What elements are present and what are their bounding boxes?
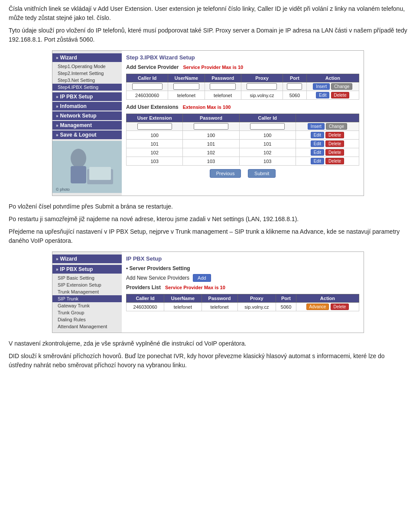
prov-username: telefonet bbox=[164, 303, 202, 311]
submit-button[interactable]: Submit bbox=[248, 169, 276, 178]
sp-insert-button[interactable]: Insert bbox=[313, 83, 330, 90]
ue-cid-103: 103 bbox=[239, 157, 296, 166]
info-label: Infomation bbox=[60, 103, 87, 109]
ue-col-callerid: Caller Id bbox=[239, 114, 296, 122]
sp-input-port[interactable] bbox=[287, 83, 302, 90]
sp-table: Caller Id UserName Password Proxy Port A… bbox=[126, 74, 359, 100]
ue-input-callerid[interactable] bbox=[250, 123, 285, 130]
previous-button[interactable]: Previous bbox=[210, 169, 241, 178]
providers-list-label: Providers List bbox=[126, 284, 161, 290]
prov-advance-button[interactable]: Advance bbox=[306, 304, 329, 310]
ue-pwd-103: 103 bbox=[183, 157, 239, 166]
prov-delete-button[interactable]: Delete bbox=[331, 304, 349, 310]
ue-col-password: Password bbox=[183, 114, 239, 122]
ue-insert-button[interactable]: Insert bbox=[308, 123, 325, 130]
sp-data-row: 246030060 telefonet telefonet sip.volny.… bbox=[127, 91, 359, 100]
ue-input-ext[interactable] bbox=[137, 123, 172, 130]
ippbx-label: IP PBX Setup bbox=[60, 94, 93, 100]
ue-delete-103[interactable]: Delete bbox=[325, 158, 344, 164]
sp-edit-button[interactable]: Edit bbox=[316, 92, 329, 98]
sidebar-gw-trunk[interactable]: Gateway Trunk bbox=[52, 302, 122, 309]
prov-col-username: UserName bbox=[164, 294, 202, 303]
panel2-title: IP PBX Setup bbox=[126, 255, 359, 262]
outro-para1: V nastavení zkontrolujeme, zda je vše sp… bbox=[9, 339, 407, 348]
ue-delete-101[interactable]: Delete bbox=[325, 140, 344, 147]
sp-max-label: Service Provider Max is 10 bbox=[183, 65, 243, 70]
sp-col-port: Port bbox=[283, 74, 307, 82]
sp-delete-button[interactable]: Delete bbox=[331, 92, 350, 98]
ue-col-ext: User Extension bbox=[127, 114, 183, 122]
prov-data-row: 246030060 telefonet telefonet sip.volny.… bbox=[127, 303, 359, 311]
info-arrow-icon: » bbox=[56, 104, 58, 109]
wizard2-header[interactable]: » Wizard bbox=[52, 255, 122, 263]
prov-col-password: Password bbox=[202, 294, 237, 303]
providers-table: Caller Id UserName Password Proxy Port A… bbox=[126, 294, 359, 311]
add-providers-label: Add New Service Providers bbox=[126, 275, 189, 281]
sidebar-step3[interactable]: Step3.Net Setting bbox=[52, 77, 122, 84]
sp-password-cell: telefonet bbox=[205, 91, 241, 100]
ue-max-label: Extension Max is 100 bbox=[183, 104, 231, 110]
ue-input-password[interactable] bbox=[194, 123, 228, 130]
prov-col-callerid: Caller Id bbox=[127, 294, 164, 303]
ue-subtitle: Add User Extensions bbox=[126, 104, 179, 110]
sp-col-callerid: Caller Id bbox=[127, 74, 168, 82]
network-header[interactable]: » Network Setup bbox=[52, 111, 122, 120]
prov-col-port: Port bbox=[276, 294, 296, 303]
prov-col-proxy: Proxy bbox=[237, 294, 276, 303]
info-header[interactable]: » Infomation bbox=[52, 102, 122, 111]
sp-input-username[interactable] bbox=[173, 83, 199, 90]
sp-proxy-cell: sip.volny.cz bbox=[241, 91, 283, 100]
ippbx2-header[interactable]: » IP PBX Setup bbox=[52, 265, 122, 274]
ippbx2-arrow-icon: » bbox=[56, 267, 58, 272]
sp-callerid-cell: 246030060 bbox=[127, 91, 168, 100]
save-header[interactable]: » Save & Logout bbox=[52, 131, 122, 139]
svg-point-1 bbox=[71, 149, 86, 168]
svg-text:© photo: © photo bbox=[56, 187, 70, 192]
sidebar-trunk-mgmt[interactable]: Trunk Management bbox=[52, 288, 122, 295]
sp-input-password[interactable] bbox=[210, 83, 236, 90]
panel1-title: Step 3.IPBX Wizard Setup bbox=[126, 54, 359, 61]
network-label: Network Setup bbox=[60, 113, 97, 119]
server-providers-section: Server Providers Setting bbox=[126, 265, 359, 271]
ue-ext-103: 103 bbox=[127, 157, 183, 166]
sp-input-callerid[interactable] bbox=[132, 83, 162, 90]
add-provider-button[interactable]: Add bbox=[193, 274, 211, 282]
ippbx-content: IP PBX Setup Server Providers Setting Ad… bbox=[122, 252, 364, 333]
wizard-arrow-icon: » bbox=[56, 55, 58, 60]
ue-ext-101: 101 bbox=[127, 140, 183, 148]
ippbx-header[interactable]: » IP PBX Setup bbox=[52, 92, 122, 101]
sp-col-password: Password bbox=[205, 74, 241, 82]
ue-ext-100: 100 bbox=[127, 131, 183, 140]
sidebar-sip-basic[interactable]: SIP Basic Setting bbox=[52, 274, 122, 281]
add-providers-row: Add New Service Providers Add bbox=[126, 274, 359, 282]
ue-delete-102[interactable]: Delete bbox=[325, 149, 344, 156]
sidebar-sip-trunk[interactable]: SIP Trunk bbox=[52, 295, 122, 302]
sidebar-step4[interactable]: Step4.IPBX Setting bbox=[52, 84, 122, 91]
sp-change-button[interactable]: Change bbox=[331, 83, 352, 90]
sidebar-attendant[interactable]: Attendant Management bbox=[52, 323, 122, 330]
ue-row-102: 102 102 102 Edit Delete bbox=[127, 148, 359, 157]
ue-delete-100[interactable]: Delete bbox=[325, 132, 344, 138]
mgmt-header[interactable]: » Management bbox=[52, 121, 122, 130]
ue-pwd-102: 102 bbox=[183, 148, 239, 157]
sidebar-image: © photo bbox=[52, 141, 122, 193]
ue-table: User Extension Password Caller Id Insert… bbox=[126, 114, 359, 166]
ue-input-row: Insert Change bbox=[127, 122, 359, 131]
mgmt-label: Management bbox=[60, 122, 92, 128]
ue-edit-103[interactable]: Edit bbox=[311, 158, 324, 164]
sidebar-step2[interactable]: Step2.Internet Setting bbox=[52, 70, 122, 77]
sidebar-trunk-group[interactable]: Trunk Group bbox=[52, 309, 122, 316]
sidebar-sip-ext[interactable]: SIP Extension Setup bbox=[52, 281, 122, 288]
sp-input-proxy[interactable] bbox=[247, 83, 277, 90]
outro-para2: DID slouží k směrování příchozích hovorů… bbox=[9, 352, 407, 370]
ue-change-button[interactable]: Change bbox=[326, 123, 347, 130]
wizard-header[interactable]: » Wizard bbox=[52, 53, 122, 62]
wizard-label: Wizard bbox=[60, 55, 77, 61]
ue-edit-101[interactable]: Edit bbox=[311, 140, 324, 147]
ue-row-101: 101 101 101 Edit Delete bbox=[127, 140, 359, 148]
sidebar-step1[interactable]: Step1.Operating Mode bbox=[52, 63, 122, 70]
save-label: Save & Logout bbox=[60, 132, 97, 138]
ue-edit-100[interactable]: Edit bbox=[311, 132, 324, 138]
ue-edit-102[interactable]: Edit bbox=[311, 149, 324, 156]
sidebar-dialing[interactable]: Dialing Rules bbox=[52, 316, 122, 323]
